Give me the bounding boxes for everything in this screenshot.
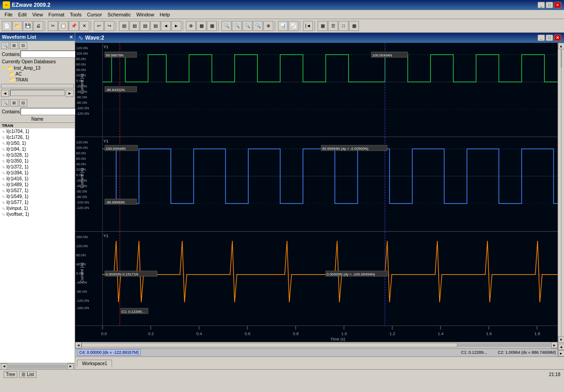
toolbar-delete[interactable]: ✕ [79, 21, 89, 31]
wave-maximize-btn[interactable]: □ [546, 35, 553, 41]
contains-row2: Contains ✕ [0, 107, 75, 116]
folder-icon: 📁 [7, 66, 13, 71]
tree-item-ac[interactable]: 📁 AC [0, 71, 75, 77]
toolbar-b5[interactable]: ◄ [161, 21, 171, 31]
panel-search-btn[interactable]: 🔍 [1, 42, 9, 49]
toolbar-open[interactable]: 📂 [12, 21, 22, 31]
panel-expand-btn2[interactable]: ⊞ [10, 99, 18, 107]
toolbar-b8[interactable]: ▦ [196, 21, 206, 31]
toolbar-undo[interactable]: ↩ [94, 21, 104, 31]
toolbar-new[interactable]: 📄 [2, 21, 12, 31]
toolbar-b2[interactable]: ▤ [129, 21, 139, 31]
v-scroll-extra-right[interactable]: ► [558, 350, 564, 356]
h-scroll-right[interactable]: ► [551, 342, 558, 348]
menu-file[interactable]: File [2, 11, 15, 18]
tree-item-db[interactable]: ▼ 📁 Inst_Amp_13 [0, 65, 75, 71]
wave-minimize-btn[interactable]: _ [538, 35, 545, 41]
menu-schematic[interactable]: Schematic [105, 11, 133, 18]
toolbar-c1[interactable]: 📊 [278, 21, 288, 31]
menu-window[interactable]: Window [133, 11, 157, 18]
x-axis-area: 0.0 0.2 0.4 0.6 0.8 1.0 1.2 [75, 326, 558, 342]
toolbar-b9[interactable]: ▦ [207, 21, 217, 31]
wave-list-item-7[interactable]: ∿ I(r1i394, 1) [0, 170, 75, 176]
wave-close-btn[interactable]: ✕ [554, 35, 561, 41]
toolbar-c5[interactable]: ☰ [328, 21, 338, 31]
wave-list-item-9[interactable]: ∿ I(r1i489, 1) [0, 182, 75, 188]
list-button[interactable]: ☰ List [19, 371, 36, 378]
wave-list-item-5[interactable]: ∿ I(r1i350, 1) [0, 158, 75, 164]
toolbar-copy[interactable]: 📋 [58, 21, 68, 31]
h-scroll-track[interactable] [82, 343, 551, 347]
wave-list-item-3[interactable]: ∿ I(r1i94, 1) [0, 146, 75, 152]
toolbar-b1[interactable]: ▤ [119, 21, 129, 31]
contains-input2[interactable] [21, 108, 81, 115]
menu-tools[interactable]: Tools [67, 11, 84, 18]
v-scroll-extra-left[interactable]: ◄ [558, 344, 564, 350]
panel-search-btn2[interactable]: 🔍 [1, 99, 9, 107]
wave-list-item-10[interactable]: ∿ I(r1i527, 1) [0, 188, 75, 193]
list-scroll-right[interactable]: ► [67, 363, 74, 370]
wave-list-item-14[interactable]: ∿ I(voffset, 1) [0, 211, 75, 217]
toolbar-c3[interactable]: |◄ [303, 21, 313, 31]
menu-help[interactable]: Help [157, 11, 173, 18]
wave-list-item-4[interactable]: ∿ I(r1i328, 1) [0, 152, 75, 158]
maximize-button[interactable]: □ [546, 2, 553, 8]
toolbar-print[interactable]: 🖨 [33, 21, 43, 31]
toolbar-paste[interactable]: 📌 [69, 21, 79, 31]
v-scroll-down[interactable]: ▼ [558, 336, 564, 343]
wave-list-item-13[interactable]: ∿ I(vinput, 1) [0, 205, 75, 211]
wave-list-item-6[interactable]: ∿ I(r1i372, 1) [0, 164, 75, 170]
ac-folder-icon: 📁 [9, 71, 15, 76]
toolbar-b3[interactable]: ▤ [140, 21, 150, 31]
menu-edit[interactable]: Edit [15, 11, 30, 18]
svg-text:0.0: 0.0 [101, 331, 107, 336]
toolbar-save[interactable]: 💾 [23, 21, 33, 31]
wave-list-item-8[interactable]: ∿ I(r1i416, 1) [0, 176, 75, 182]
name-header: Name [0, 116, 75, 123]
tree-item-tran[interactable]: 📁 TRAN [0, 77, 75, 83]
svg-text:80.0N: 80.0N [76, 151, 86, 155]
list-scroll-left[interactable]: ◄ [1, 363, 7, 370]
panel-collapse-btn[interactable]: ⊟ [19, 42, 27, 49]
c1-readout: C1: 0.12289... [461, 350, 487, 355]
panel-collapse-btn2[interactable]: ⊟ [19, 99, 27, 107]
h-scroll-left[interactable]: ◄ [75, 342, 82, 348]
panel-close-button[interactable]: ✕ [69, 35, 73, 40]
panel-left-btn[interactable]: ◄ [1, 90, 9, 97]
contains-input[interactable] [21, 51, 81, 58]
toolbar-zoom-area[interactable]: 🔍 [253, 21, 263, 31]
tree-button[interactable]: Tree [4, 371, 17, 378]
minimize-button[interactable]: _ [538, 2, 545, 8]
v-scroll-track[interactable] [561, 49, 562, 336]
panel-right-btn[interactable]: ► [66, 90, 74, 97]
wave-plots: Y1 120.0N 100.0N 80.0N 60.0N 40.0N 20.0N… [75, 43, 558, 356]
wave-panel: ∿ Wave:2 _ □ ✕ [75, 33, 564, 369]
svg-text:99.99994N (dy = -0.00500N): 99.99994N (dy = -0.00500N) [322, 147, 369, 151]
wave-list-item-11[interactable]: ∿ I(r1i549, 1) [0, 193, 75, 199]
toolbar-b4[interactable]: ▤ [150, 21, 160, 31]
menu-format[interactable]: Format [46, 11, 67, 18]
panel-expand-btn[interactable]: ⊞ [10, 42, 18, 49]
workspace-tab[interactable]: Workspace1 [77, 360, 112, 367]
toolbar-c7[interactable]: ▦ [349, 21, 359, 31]
wave-list-item-0[interactable]: ∿ I(c1i704, 1) [0, 128, 75, 134]
v-scroll-up[interactable]: ▲ [558, 43, 564, 49]
wave-list-item-2[interactable]: ∿ I(r1i50, 1) [0, 140, 75, 146]
wave-icon-1: ∿ [2, 135, 5, 140]
toolbar-b6[interactable]: ► [171, 21, 181, 31]
menu-view[interactable]: View [30, 11, 46, 18]
close-button[interactable]: ✕ [554, 2, 561, 8]
toolbar-redo[interactable]: ↪ [104, 21, 114, 31]
toolbar-zoom-fit[interactable]: 🔍 [242, 21, 252, 31]
toolbar-b7[interactable]: ⊕ [186, 21, 196, 31]
toolbar-c2[interactable]: 📈 [288, 21, 298, 31]
wave-list-item-1[interactable]: ∿ I(c1i726, 1) [0, 134, 75, 140]
toolbar-zoom-in[interactable]: 🔍 [221, 21, 231, 31]
toolbar-c4[interactable]: ▦ [318, 21, 328, 31]
toolbar-zoom-all[interactable]: ⊕ [263, 21, 273, 31]
menu-cursor[interactable]: Cursor [84, 11, 105, 18]
wave-list-item-12[interactable]: ∿ I(r1i577, 1) [0, 199, 75, 205]
toolbar-zoom-out[interactable]: 🔍 [232, 21, 242, 31]
toolbar-c6[interactable]: □ [338, 21, 349, 31]
toolbar-cut[interactable]: ✂ [48, 21, 58, 31]
